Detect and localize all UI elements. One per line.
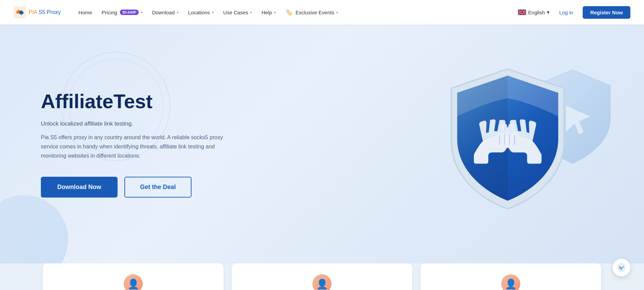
chevron-down-icon: ▾ bbox=[547, 9, 550, 15]
flag-icon bbox=[518, 9, 526, 15]
nav-item-exclusive-events[interactable]: 🏷️ Exclusive Events ▾ bbox=[281, 6, 342, 19]
hero-description: Pia S5 offers proxy in any country aroun… bbox=[41, 133, 239, 161]
bottom-card-1: 👤 bbox=[43, 263, 224, 290]
navbar: PIA S5 Proxy Home Pricing $0.04/IP ▾ Dow… bbox=[0, 0, 644, 25]
chevron-down-icon: ▾ bbox=[177, 11, 179, 14]
bottom-card-3: 👤 bbox=[420, 263, 601, 290]
card-avatar-3: 👤 bbox=[501, 274, 520, 290]
hero-buttons: Download Now Get the Deal bbox=[41, 177, 239, 198]
card-avatar-2: 👤 bbox=[312, 274, 332, 290]
logo-text: PIA S5 Proxy bbox=[29, 9, 61, 15]
svg-point-7 bbox=[617, 263, 626, 272]
bottom-cards-row: 👤 👤 👤 bbox=[0, 263, 644, 290]
hero-subtitle: Unlock localized affiliate link testing. bbox=[41, 120, 239, 127]
logo-icon bbox=[14, 6, 26, 18]
hero-content: AffiliateTest Unlock localized affiliate… bbox=[41, 90, 239, 198]
nav-item-use-cases[interactable]: Use Cases ▾ bbox=[219, 7, 256, 18]
chevron-down-icon: ▾ bbox=[212, 11, 214, 14]
nav-item-pricing[interactable]: Pricing $0.04/IP ▾ bbox=[97, 7, 147, 18]
login-button[interactable]: Log in bbox=[555, 8, 577, 17]
hero-title: AffiliateTest bbox=[41, 90, 239, 112]
exclusive-icon: 🏷️ bbox=[285, 9, 293, 16]
chevron-down-icon: ▾ bbox=[141, 11, 142, 14]
chevron-down-icon: ▾ bbox=[336, 11, 338, 14]
chevron-down-icon: ▾ bbox=[250, 11, 252, 14]
chevron-down-icon: ▾ bbox=[274, 11, 276, 14]
chat-icon bbox=[617, 263, 626, 272]
nav-item-locations[interactable]: Locations ▾ bbox=[184, 7, 218, 18]
shield-main-icon bbox=[440, 62, 576, 216]
nav-items: Home Pricing $0.04/IP ▾ Download ▾ Locat… bbox=[74, 6, 518, 19]
language-label: English bbox=[528, 10, 545, 15]
bottom-card-2: 👤 bbox=[232, 263, 412, 290]
hero-section: AffiliateTest Unlock localized affiliate… bbox=[0, 25, 644, 263]
logo[interactable]: PIA S5 Proxy bbox=[14, 6, 61, 18]
chat-button[interactable] bbox=[613, 259, 630, 276]
nav-item-home[interactable]: Home bbox=[74, 7, 96, 18]
nav-right: English ▾ Log in Register Now bbox=[518, 6, 630, 19]
register-button[interactable]: Register Now bbox=[583, 6, 630, 19]
card-avatar-1: 👤 bbox=[124, 274, 143, 290]
language-selector[interactable]: English ▾ bbox=[518, 9, 550, 15]
hero-illustration bbox=[440, 55, 617, 233]
pricing-badge: $0.04/IP bbox=[120, 10, 139, 15]
nav-item-download[interactable]: Download ▾ bbox=[148, 7, 183, 18]
download-now-button[interactable]: Download Now bbox=[41, 177, 118, 198]
get-deal-button[interactable]: Get the Deal bbox=[124, 177, 191, 198]
nav-item-help[interactable]: Help ▾ bbox=[257, 7, 280, 18]
